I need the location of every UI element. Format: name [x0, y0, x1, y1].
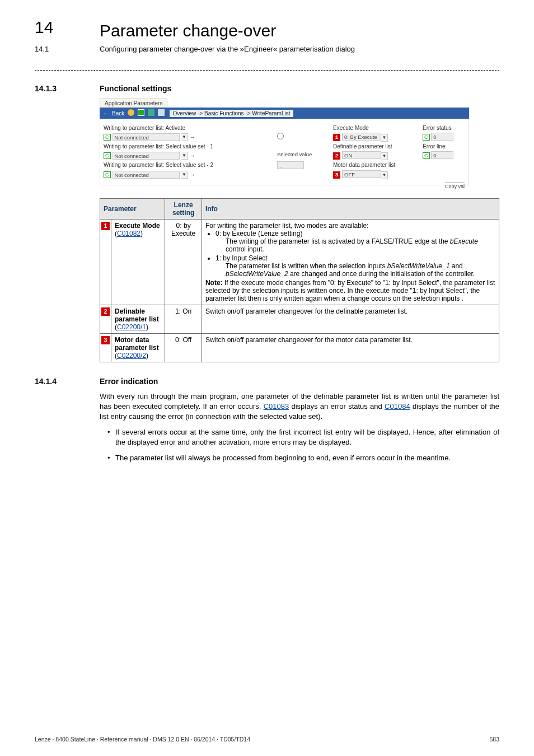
th-lenze: Lenze setting	[165, 199, 202, 220]
bullet-list: If several errors occur at the same time…	[107, 427, 499, 463]
badge-3: 3	[333, 171, 340, 179]
error-line-value: 0	[431, 151, 453, 159]
sel2-input[interactable]: Not connected	[113, 171, 180, 179]
code-link[interactable]: C01083	[264, 402, 289, 410]
app-toolbar: Back Overview -> Basic Functions -> Writ…	[100, 108, 469, 119]
selected-value-label: Selected value	[277, 151, 327, 160]
info-cell: For writing the parameter list, two mode…	[202, 220, 499, 305]
code-link[interactable]: C01082	[117, 230, 140, 237]
copy-corner-label: Copy val	[445, 183, 465, 189]
list-item: The parameter list will always be proces…	[107, 453, 499, 463]
c-badge-icon: C	[104, 171, 111, 178]
parameter-table: Parameter Lenze setting Info 1 Execute M…	[100, 198, 499, 362]
lenze-setting: 0: Off	[165, 334, 202, 362]
section-number: 14.1.4	[35, 377, 57, 386]
app-tab: Application Parameters	[100, 99, 167, 108]
code-link[interactable]: C02200/1	[117, 323, 146, 331]
dropdown-icon[interactable]: ▼	[381, 171, 388, 179]
motor-select[interactable]: OFF	[342, 170, 381, 178]
error-status-value: 0	[431, 133, 453, 141]
list-item: If several errors occur at the same time…	[107, 427, 499, 447]
sel1-input[interactable]: Not connected	[113, 152, 180, 160]
toolbar-icons	[128, 109, 166, 117]
label-error-status: Error status	[423, 124, 490, 132]
subsection-number: 14.1	[35, 45, 49, 53]
param-name: Execute Mode	[115, 222, 161, 230]
label-error-line: Error line	[423, 143, 490, 150]
body-paragraph: With every run through the main program,…	[100, 391, 499, 422]
arrow-right-icon: →	[190, 134, 196, 141]
dropdown-icon[interactable]: ▼	[381, 152, 388, 160]
label-activate: Writing to parameter list: Activate	[104, 124, 271, 132]
dropdown-icon[interactable]: ▼	[181, 152, 188, 160]
row-badge: 1	[101, 222, 110, 230]
param-name: Definable parameter list	[115, 307, 161, 323]
dropdown-icon[interactable]: ▼	[181, 171, 188, 179]
badge-1: 1	[333, 134, 340, 141]
exec-mode-select[interactable]: 0: By Execute	[342, 133, 381, 141]
label-sel2: Writing to parameter list: Select value …	[104, 161, 271, 169]
table-row: 1 Execute Mode (C01082) 0: by Execute Fo…	[100, 220, 499, 305]
back-arrow-icon	[103, 110, 109, 116]
table-row: 2 Definable parameter list (C02200/1) 1:…	[100, 305, 499, 334]
table-row: 3 Motor data parameter list (C02200/2) 0…	[100, 334, 499, 362]
app-screenshot: Application Parameters Back Overview -> …	[100, 99, 499, 189]
label-sel1: Writing to parameter list: Select value …	[104, 143, 271, 150]
led-icon	[277, 133, 284, 139]
label-definable: Definable parameter list	[333, 143, 417, 150]
label-exec-mode: Execute Mode	[333, 124, 417, 132]
label-motor: Motor data parameter list	[333, 161, 417, 169]
section-title: Functional settings	[100, 84, 499, 93]
dropdown-icon[interactable]: ▼	[381, 134, 388, 142]
dropdown-icon[interactable]: ▼	[181, 133, 188, 141]
code-link[interactable]: C02200/2	[117, 352, 146, 360]
param-name: Motor data parameter list	[115, 336, 161, 352]
c-badge-icon: C	[104, 134, 111, 141]
back-label: Back	[112, 110, 124, 116]
code-link[interactable]: C01084	[385, 402, 410, 410]
info-cell: Switch on/off parameter changeover for t…	[202, 305, 499, 334]
section-title: Error indication	[100, 377, 499, 386]
arrow-right-icon: →	[190, 152, 196, 159]
definable-select[interactable]: ON	[342, 151, 381, 159]
arrow-right-icon: →	[190, 171, 196, 178]
section-number: 14.1.3	[35, 84, 57, 93]
page-number: 583	[489, 736, 499, 743]
lenze-setting: 0: by Execute	[165, 220, 202, 305]
row-badge: 2	[101, 307, 110, 316]
chapter-title: Parameter change-over	[100, 21, 499, 40]
lenze-setting: 1: On	[165, 305, 202, 334]
breadcrumb: Overview -> Basic Functions -> WritePara…	[170, 110, 294, 117]
th-parameter: Parameter	[100, 199, 165, 220]
footer-left: Lenze · 8400 StateLine · Reference manua…	[35, 736, 250, 743]
c-badge-icon: C	[423, 152, 430, 159]
row-badge: 3	[101, 336, 110, 344]
separator	[35, 70, 499, 71]
c-badge-icon: C	[423, 134, 430, 141]
selected-value-box: ...	[277, 161, 304, 169]
th-info: Info	[202, 199, 499, 220]
badge-2: 2	[333, 152, 340, 160]
subsection-title: Configuring parameter change-over via th…	[100, 45, 499, 53]
info-cell: Switch on/off parameter changeover for t…	[202, 334, 499, 362]
activate-input[interactable]: Not connected	[113, 133, 180, 141]
chapter-number: 14	[35, 18, 53, 37]
c-badge-icon: C	[104, 152, 111, 159]
